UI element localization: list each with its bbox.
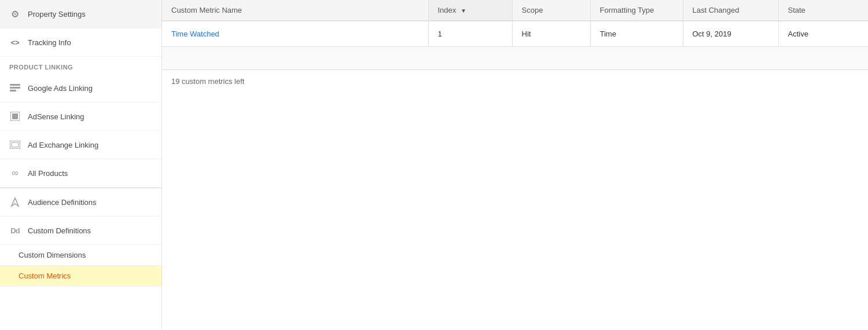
- cell-state: Active: [778, 21, 868, 47]
- cell-scope: Hit: [512, 21, 590, 47]
- sidebar-subitem-custom-dimensions[interactable]: Custom Dimensions: [0, 245, 161, 266]
- main-content: Custom Metric Name Index ▼ Scope Formatt…: [162, 0, 868, 330]
- sidebar-item-ad-exchange[interactable]: Ad Exchange Linking: [0, 131, 161, 159]
- col-header-state[interactable]: State: [778, 0, 868, 21]
- sidebar-item-label: AdSense Linking: [28, 112, 84, 121]
- product-linking-section-header: PRODUCT LINKING: [0, 57, 161, 74]
- sidebar-subitem-custom-metrics[interactable]: Custom Metrics: [0, 266, 161, 287]
- sidebar-item-tracking-info[interactable]: <> Tracking Info: [0, 28, 161, 57]
- metrics-left-label: 19 custom metrics left: [162, 70, 868, 93]
- sidebar-item-property-settings[interactable]: ⚙ Property Settings: [0, 0, 161, 28]
- empty-row: [162, 47, 868, 70]
- code-icon: <>: [9, 36, 21, 48]
- svg-rect-0: [10, 84, 20, 86]
- col-header-formatting-type[interactable]: Formatting Type: [590, 0, 683, 21]
- cell-name: Time Watched: [162, 21, 428, 47]
- ad-exchange-icon: [9, 139, 21, 151]
- cell-last-changed: Oct 9, 2019: [683, 21, 778, 47]
- svg-rect-1: [10, 87, 20, 89]
- col-header-last-changed[interactable]: Last Changed: [683, 0, 778, 21]
- sidebar-item-label: Google Ads Linking: [28, 84, 93, 93]
- col-header-scope[interactable]: Scope: [512, 0, 590, 21]
- sidebar-item-google-ads[interactable]: Google Ads Linking: [0, 74, 161, 102]
- sidebar-item-label: Audience Definitions: [28, 198, 97, 207]
- sidebar-item-label: Tracking Info: [28, 38, 71, 47]
- metric-name-link[interactable]: Time Watched: [171, 30, 219, 38]
- sidebar-item-custom-definitions[interactable]: Dd Custom Definitions: [0, 217, 161, 245]
- custom-metrics-table-container: Custom Metric Name Index ▼ Scope Formatt…: [162, 0, 868, 93]
- sidebar-item-adsense[interactable]: AdSense Linking: [0, 102, 161, 131]
- sidebar-subitem-label: Custom Dimensions: [19, 251, 86, 259]
- all-products-icon: ∞: [9, 167, 21, 179]
- audience-icon: [9, 196, 21, 208]
- cell-formatting-type: Time: [590, 21, 683, 47]
- sidebar-item-label: Custom Definitions: [28, 226, 91, 235]
- cell-index: 1: [428, 21, 512, 47]
- svg-rect-4: [12, 113, 18, 119]
- custom-definitions-icon: Dd: [9, 225, 21, 236]
- sort-arrow-icon: ▼: [461, 8, 466, 14]
- col-header-name[interactable]: Custom Metric Name: [162, 0, 428, 21]
- adsense-icon: [9, 111, 21, 122]
- settings-icon: ⚙: [9, 8, 21, 20]
- sidebar-item-label: All Products: [28, 169, 68, 178]
- svg-rect-2: [10, 90, 16, 91]
- table-row: Time Watched 1 Hit Time Oct 9, 2019: [162, 21, 868, 47]
- sidebar-item-label: Property Settings: [28, 10, 86, 19]
- custom-metrics-table: Custom Metric Name Index ▼ Scope Formatt…: [162, 0, 868, 70]
- sidebar: ⚙ Property Settings <> Tracking Info PRO…: [0, 0, 162, 330]
- col-header-index[interactable]: Index ▼: [428, 0, 512, 21]
- sidebar-subitem-label: Custom Metrics: [19, 272, 71, 280]
- sidebar-item-all-products[interactable]: ∞ All Products: [0, 159, 161, 188]
- sidebar-item-audience-definitions[interactable]: Audience Definitions: [0, 188, 161, 217]
- svg-rect-6: [12, 142, 19, 147]
- sidebar-item-label: Ad Exchange Linking: [28, 141, 98, 149]
- google-ads-icon: [9, 82, 21, 94]
